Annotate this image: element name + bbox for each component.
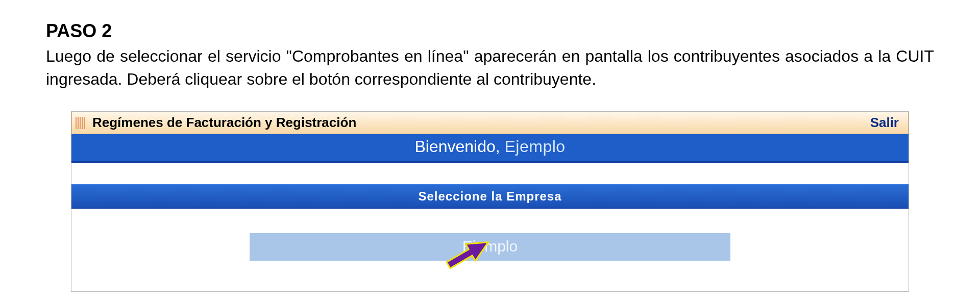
spacer [71, 163, 909, 184]
pointer-arrow-icon [439, 231, 495, 272]
app-window: Regímenes de Facturación y Registración … [71, 111, 909, 292]
step-heading: PASO 2 [46, 20, 934, 42]
welcome-user: Ejemplo [505, 137, 566, 156]
select-company-prompt: Seleccione la Empresa [71, 184, 909, 209]
company-area: Ejemplo [71, 209, 909, 291]
titlebar-title: Regímenes de Facturación y Registración [92, 115, 861, 131]
welcome-greeting: Bienvenido, [414, 137, 500, 156]
exit-link[interactable]: Salir [861, 115, 908, 131]
title-strip-icon [72, 112, 88, 134]
step-description: Luego de seleccionar el servicio "Compro… [46, 45, 934, 91]
welcome-bar: Bienvenido, Ejemplo [71, 134, 909, 163]
titlebar: Regímenes de Facturación y Registración … [71, 112, 909, 134]
